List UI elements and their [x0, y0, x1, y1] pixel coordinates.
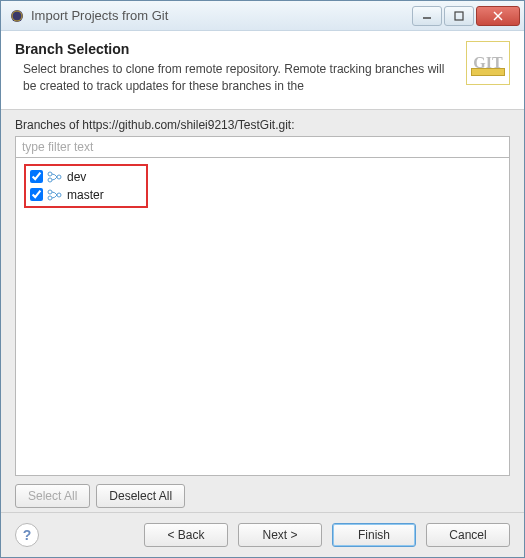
eclipse-icon — [9, 8, 25, 24]
branch-icon — [47, 169, 63, 185]
back-button[interactable]: < Back — [144, 523, 228, 547]
branch-item-dev[interactable]: dev — [28, 168, 106, 186]
svg-point-10 — [48, 196, 52, 200]
branch-name: dev — [67, 170, 86, 184]
window-title: Import Projects from Git — [31, 8, 412, 23]
highlight-annotation: dev master — [24, 164, 148, 208]
branch-item-master[interactable]: master — [28, 186, 106, 204]
close-button[interactable] — [476, 6, 520, 26]
next-button[interactable]: Next > — [238, 523, 322, 547]
wizard-header: Branch Selection Select branches to clon… — [1, 31, 524, 110]
svg-point-7 — [48, 178, 52, 182]
filter-input[interactable] — [15, 136, 510, 158]
page-description: Select branches to clone from remote rep… — [15, 61, 456, 95]
branch-icon — [47, 187, 63, 203]
selection-buttons: Select All Deselect All — [15, 484, 510, 508]
window-controls — [412, 6, 520, 26]
svg-point-8 — [57, 175, 61, 179]
git-icon: GIT — [466, 41, 510, 85]
help-button[interactable]: ? — [15, 523, 39, 547]
svg-point-9 — [48, 190, 52, 194]
cancel-button[interactable]: Cancel — [426, 523, 510, 547]
svg-point-6 — [48, 172, 52, 176]
branch-checkbox[interactable] — [30, 188, 43, 201]
branches-label: Branches of https://github.com/shilei921… — [15, 118, 510, 132]
finish-button[interactable]: Finish — [332, 523, 416, 547]
dialog-window: Import Projects from Git Branch Selectio… — [0, 0, 525, 558]
title-bar: Import Projects from Git — [1, 1, 524, 31]
branch-checkbox[interactable] — [30, 170, 43, 183]
deselect-all-button[interactable]: Deselect All — [96, 484, 185, 508]
branch-name: master — [67, 188, 104, 202]
svg-point-11 — [57, 193, 61, 197]
svg-rect-3 — [455, 12, 463, 20]
content-area: Branches of https://github.com/shilei921… — [1, 110, 524, 512]
wizard-footer: ? < Back Next > Finish Cancel — [1, 512, 524, 557]
svg-point-0 — [11, 10, 23, 22]
minimize-button[interactable] — [412, 6, 442, 26]
select-all-button[interactable]: Select All — [15, 484, 90, 508]
branch-list[interactable]: dev master — [15, 158, 510, 476]
page-title: Branch Selection — [15, 41, 456, 57]
maximize-button[interactable] — [444, 6, 474, 26]
